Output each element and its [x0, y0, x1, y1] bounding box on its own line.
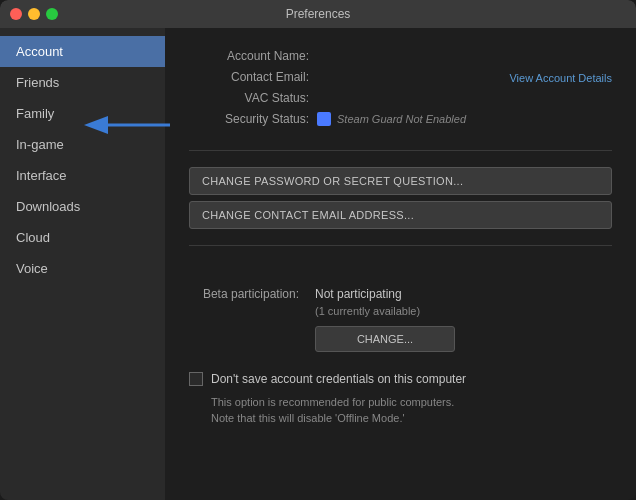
credentials-helper: This option is recommended for public co…	[211, 394, 612, 427]
checkbox-row: Don't save account credentials on this c…	[189, 372, 612, 386]
beta-label: Beta participation:	[189, 286, 299, 301]
account-name-label: Account Name:	[189, 48, 309, 63]
divider-2	[189, 245, 612, 246]
vac-status-blurred	[317, 90, 357, 104]
maximize-button[interactable]	[46, 8, 58, 20]
change-password-button[interactable]: CHANGE PASSWORD OR SECRET QUESTION...	[189, 167, 612, 195]
main-container: Account Friends Family In-game Interface…	[0, 28, 636, 500]
sidebar-item-cloud[interactable]: Cloud	[0, 222, 165, 253]
sidebar-item-account[interactable]: Account	[0, 36, 165, 67]
sidebar-item-friends[interactable]: Friends	[0, 67, 165, 98]
beta-value: Not participating (1 currently available…	[315, 286, 455, 320]
credentials-label: Don't save account credentials on this c…	[211, 372, 466, 386]
security-status-text: Steam Guard Not Enabled	[337, 113, 466, 125]
beta-row: Beta participation: Not participating (1…	[189, 286, 612, 352]
account-name-value	[317, 48, 612, 63]
beta-section: Beta participation: Not participating (1…	[189, 270, 612, 352]
sidebar: Account Friends Family In-game Interface…	[0, 28, 165, 500]
contact-email-label: Contact Email:	[189, 69, 309, 84]
content-panel: View Account Details Account Name: Conta…	[165, 28, 636, 500]
security-status-row: Steam Guard Not Enabled	[317, 111, 612, 126]
sidebar-item-family[interactable]: Family	[0, 98, 165, 129]
contact-email-blurred	[317, 69, 390, 83]
credentials-checkbox[interactable]	[189, 372, 203, 386]
sidebar-item-downloads[interactable]: Downloads	[0, 191, 165, 222]
vac-status-label: VAC Status:	[189, 90, 309, 105]
title-bar: Preferences	[0, 0, 636, 28]
account-info-grid: Account Name: Contact Email: VAC Status:…	[189, 48, 612, 126]
beta-value-container: Not participating (1 currently available…	[315, 286, 455, 352]
sidebar-item-ingame[interactable]: In-game	[0, 129, 165, 160]
checkbox-section: Don't save account credentials on this c…	[189, 372, 612, 427]
sidebar-item-voice[interactable]: Voice	[0, 253, 165, 284]
vac-status-value	[317, 90, 612, 105]
security-status-label: Security Status:	[189, 111, 309, 126]
window-title: Preferences	[286, 7, 351, 21]
view-account-link[interactable]: View Account Details	[509, 72, 612, 84]
sidebar-item-interface[interactable]: Interface	[0, 160, 165, 191]
window-controls	[10, 8, 58, 20]
divider-1	[189, 150, 612, 151]
shield-icon	[317, 112, 331, 126]
account-name-blurred	[317, 48, 357, 62]
change-email-button[interactable]: CHANGE CONTACT EMAIL ADDRESS...	[189, 201, 612, 229]
close-button[interactable]	[10, 8, 22, 20]
minimize-button[interactable]	[28, 8, 40, 20]
beta-change-button[interactable]: CHANGE...	[315, 326, 455, 352]
